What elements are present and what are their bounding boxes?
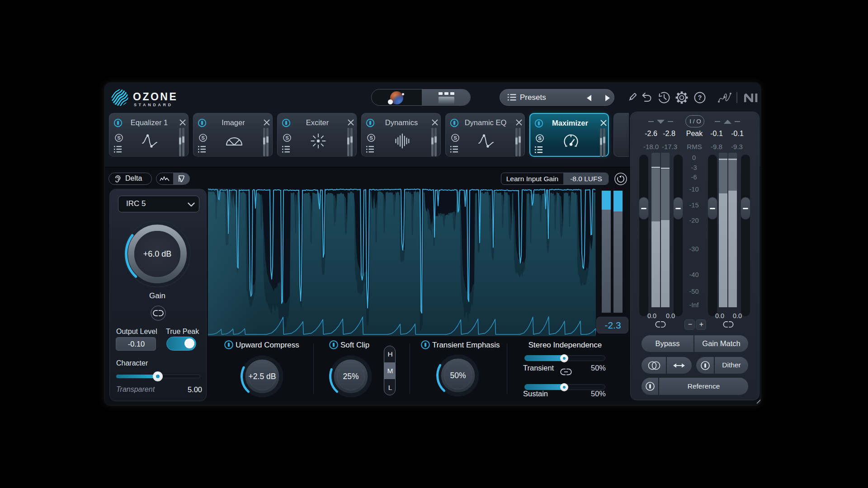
svg-text:?: ? [698,94,702,101]
svg-text:S: S [117,135,121,141]
svg-text:S: S [201,135,205,141]
svg-text:S: S [538,136,542,141]
svg-text:S: S [369,135,373,141]
svg-text:S: S [453,135,457,141]
svg-text:S: S [285,135,289,141]
